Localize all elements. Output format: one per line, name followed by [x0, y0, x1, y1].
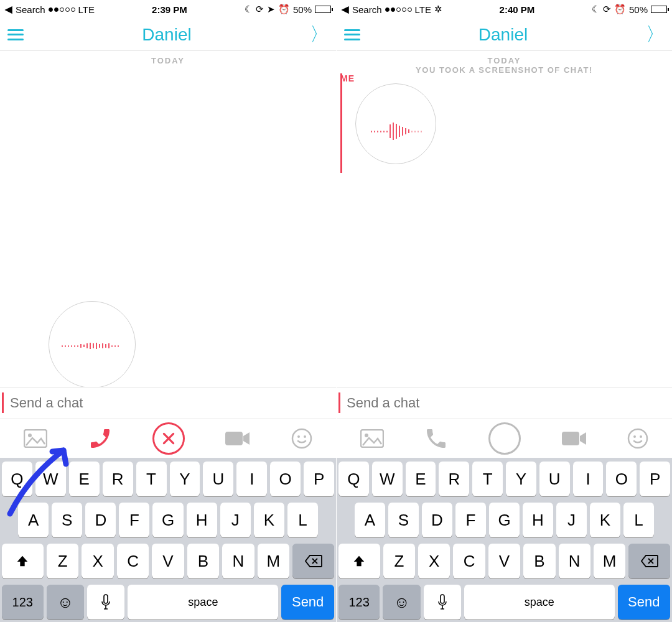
video-icon[interactable]: [225, 430, 251, 447]
key-v[interactable]: V: [152, 544, 184, 578]
gallery-icon[interactable]: [24, 429, 47, 448]
svg-rect-6: [104, 595, 108, 603]
key-r[interactable]: R: [439, 462, 469, 496]
key-k[interactable]: K: [590, 503, 620, 537]
voice-note-recording[interactable]: [49, 301, 136, 387]
clock: 2:40 PM: [500, 4, 535, 15]
video-icon[interactable]: [561, 430, 587, 447]
back-app-label[interactable]: Search: [352, 4, 382, 15]
phone-right: ◀ Search LTE ✲ 2:40 PM ☾ ⟳ ⏰ 50% Daniel …: [336, 0, 672, 622]
key-a[interactable]: A: [18, 503, 49, 537]
back-app-icon[interactable]: ◀: [5, 4, 12, 15]
gallery-icon[interactable]: [360, 429, 384, 448]
chat-input[interactable]: [337, 395, 672, 411]
key-o[interactable]: O: [606, 462, 637, 496]
voice-note-message[interactable]: [355, 83, 436, 164]
keyboard: QWERTYUIOP ASDFGHJKL ZXCVBNM 123 ☺ space…: [0, 458, 336, 622]
key-z[interactable]: Z: [47, 544, 78, 578]
loading-icon: ✲: [434, 4, 442, 15]
waveform-icon: [62, 343, 119, 349]
key-g[interactable]: G: [152, 503, 183, 537]
key-l[interactable]: L: [287, 503, 318, 537]
key-d[interactable]: D: [422, 503, 452, 537]
backspace-key[interactable]: [628, 544, 670, 578]
key-b[interactable]: B: [187, 544, 219, 578]
key-n[interactable]: N: [559, 544, 590, 578]
key-m[interactable]: M: [594, 544, 625, 578]
key-a[interactable]: A: [355, 503, 385, 537]
key-y[interactable]: Y: [170, 462, 200, 496]
shift-key[interactable]: [338, 544, 380, 578]
numbers-key[interactable]: 123: [338, 585, 380, 620]
waveform-icon: [371, 123, 422, 140]
key-n[interactable]: N: [222, 544, 254, 578]
send-key[interactable]: Send: [281, 585, 334, 620]
key-k[interactable]: K: [254, 503, 284, 537]
key-q[interactable]: Q: [338, 462, 369, 496]
chevron-right-icon[interactable]: 〉: [310, 22, 329, 47]
emoji-key[interactable]: ☺: [383, 585, 420, 620]
key-i[interactable]: I: [236, 462, 267, 496]
status-bar: ◀ Search LTE ✲ 2:40 PM ☾ ⟳ ⏰ 50%: [337, 0, 672, 19]
menu-icon[interactable]: [7, 29, 24, 40]
send-key[interactable]: Send: [618, 585, 671, 620]
key-j[interactable]: J: [556, 503, 587, 537]
mic-key[interactable]: [424, 585, 461, 620]
key-b[interactable]: B: [523, 544, 555, 578]
key-c[interactable]: C: [453, 544, 485, 578]
key-i[interactable]: I: [573, 462, 604, 496]
keyboard-row-3: ZXCVBNM: [2, 544, 334, 578]
key-h[interactable]: H: [187, 503, 217, 537]
key-e[interactable]: E: [406, 462, 436, 496]
key-p[interactable]: P: [640, 462, 670, 496]
key-v[interactable]: V: [488, 544, 520, 578]
menu-icon[interactable]: [344, 29, 360, 40]
back-app-icon[interactable]: ◀: [342, 4, 349, 15]
key-m[interactable]: M: [258, 544, 289, 578]
record-button[interactable]: [488, 422, 521, 455]
chevron-right-icon[interactable]: 〉: [646, 22, 665, 47]
cancel-recording-button[interactable]: [152, 422, 185, 455]
backspace-key[interactable]: [292, 544, 334, 578]
phone-icon[interactable]: [88, 426, 113, 451]
key-e[interactable]: E: [69, 462, 100, 496]
chat-input[interactable]: [0, 395, 336, 411]
sticker-icon[interactable]: [291, 428, 312, 449]
space-key[interactable]: space: [128, 585, 278, 620]
key-z[interactable]: Z: [383, 544, 415, 578]
key-l[interactable]: L: [623, 503, 654, 537]
phone-icon[interactable]: [424, 426, 449, 451]
key-r[interactable]: R: [103, 462, 133, 496]
key-p[interactable]: P: [304, 462, 334, 496]
key-f[interactable]: F: [455, 503, 486, 537]
key-j[interactable]: J: [220, 503, 251, 537]
key-s[interactable]: S: [52, 503, 82, 537]
key-o[interactable]: O: [270, 462, 301, 496]
key-c[interactable]: C: [117, 544, 149, 578]
key-q[interactable]: Q: [2, 462, 32, 496]
back-app-label[interactable]: Search: [16, 4, 45, 15]
key-w[interactable]: W: [35, 462, 66, 496]
key-s[interactable]: S: [388, 503, 419, 537]
key-w[interactable]: W: [372, 462, 403, 496]
key-y[interactable]: Y: [506, 462, 536, 496]
space-key[interactable]: space: [464, 585, 614, 620]
key-t[interactable]: T: [136, 462, 167, 496]
chat-title[interactable]: Daniel: [142, 25, 191, 45]
key-g[interactable]: G: [489, 503, 520, 537]
message-accent-bar: [340, 73, 342, 173]
key-h[interactable]: H: [523, 503, 553, 537]
key-x[interactable]: X: [418, 544, 450, 578]
key-u[interactable]: U: [203, 462, 233, 496]
key-u[interactable]: U: [539, 462, 570, 496]
numbers-key[interactable]: 123: [2, 585, 44, 620]
key-d[interactable]: D: [85, 503, 116, 537]
key-f[interactable]: F: [119, 503, 149, 537]
chat-title[interactable]: Daniel: [478, 25, 528, 45]
key-x[interactable]: X: [82, 544, 113, 578]
mic-key[interactable]: [87, 585, 124, 620]
emoji-key[interactable]: ☺: [47, 585, 84, 620]
sticker-icon[interactable]: [627, 428, 648, 449]
key-t[interactable]: T: [472, 462, 503, 496]
shift-key[interactable]: [2, 544, 44, 578]
